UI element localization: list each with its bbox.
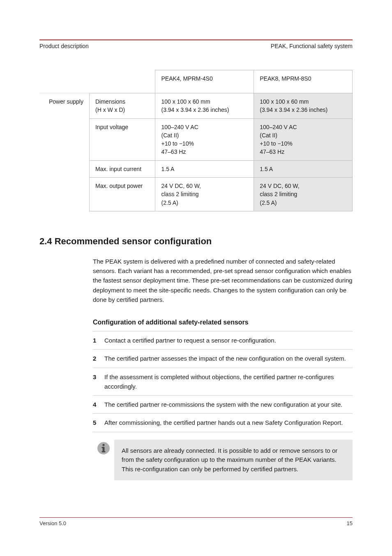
footer-right: 15 [347,520,353,526]
procedure-heading: Configuration of additional safety-relat… [93,317,353,328]
sub-dimensions: Dimensions(H x W x D) [89,93,155,119]
step-num-1: 1 [93,331,104,350]
section-heading: 2.4 Recommended sensor configuration [39,236,353,247]
val-pow-b: 24 V DC, 60 W,class 2 limiting(2.5 A) [254,178,353,211]
val-volt-a: 100–240 V AC(Cat II)+10 to −10%47–63 Hz [155,118,254,160]
svg-rect-3 [102,447,104,448]
sub-max-power: Max. output power [89,178,155,211]
val-cur-b: 1.5 A [254,160,353,177]
sub-max-current: Max. input current [89,160,155,177]
header-left: Product description [39,43,89,49]
svg-point-1 [102,444,104,446]
col-peak4: PEAK4, MPRM-4S0 [155,70,254,93]
section-para: The PEAK system is delivered with a pred… [93,257,353,304]
step-txt-5: After commissioning, the certified partn… [104,414,353,432]
step-num-3: 3 [93,368,104,396]
footer-left: Version 5.0 [39,520,66,526]
step-num-4: 4 [93,396,104,414]
info-icon [93,440,114,481]
info-note: All sensors are already connected. It is… [93,440,353,481]
sub-voltage: Input voltage [89,118,155,160]
val-volt-b: 100–240 V AC(Cat II)+10 to −10%47–63 Hz [254,118,353,160]
step-txt-2: The certified partner assesses the impac… [104,350,353,368]
step-txt-4: The certified partner re-commissions the… [104,396,353,414]
step-txt-1: Contact a certified partner to request a… [104,331,353,350]
specs-table: PEAK4, MPRM-4S0 PEAK8, MPRM-8S0 Power su… [39,70,353,211]
val-dim-b: 100 x 100 x 60 mm(3.94 x 3.94 x 2.36 inc… [254,93,353,119]
svg-rect-4 [102,451,106,452]
rowhead-power: Power supply [39,93,89,211]
header-right: PEAK, Functional safety system [271,43,353,49]
step-num-5: 5 [93,414,104,432]
val-pow-a: 24 V DC, 60 W,class 2 limiting(2.5 A) [155,178,254,211]
info-note-text: All sensors are already connected. It is… [114,440,353,481]
val-dim-a: 100 x 100 x 60 mm(3.94 x 3.94 x 2.36 inc… [155,93,254,119]
procedure-steps: 1Contact a certified partner to request … [93,331,353,432]
col-peak8: PEAK8, MPRM-8S0 [254,70,353,93]
step-txt-3: If the assessment is completed without o… [104,368,353,396]
val-cur-a: 1.5 A [155,160,254,177]
step-num-2: 2 [93,350,104,368]
